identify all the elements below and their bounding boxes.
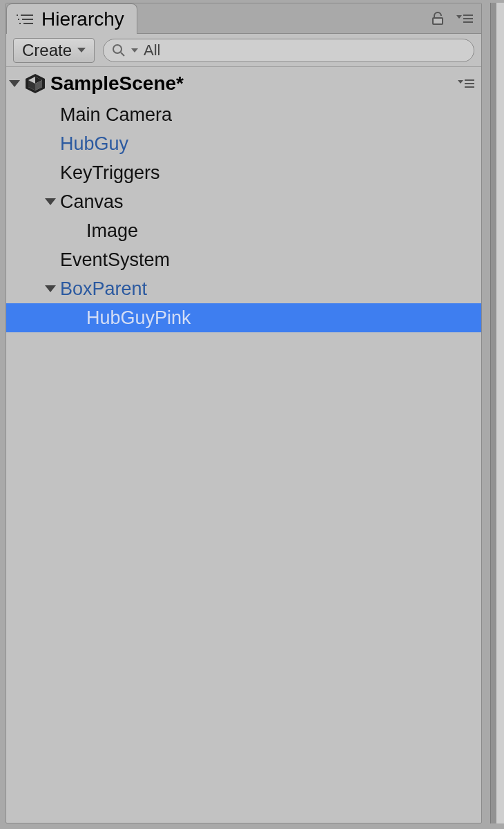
tree-item-label: HubGuyPink (86, 307, 191, 329)
tree-item-main-camera[interactable]: Main Camera (6, 100, 481, 129)
tree-item-boxparent[interactable]: BoxParent (6, 274, 481, 303)
tree-item-label: Canvas (60, 191, 124, 213)
adjacent-panel-edge (490, 3, 504, 823)
scene-name: SampleScene* (50, 73, 184, 95)
scene-menu-icon[interactable] (456, 77, 476, 90)
unity-logo-icon (24, 73, 46, 95)
hierarchy-icon (15, 11, 35, 28)
tree-item-hubguy[interactable]: HubGuy (6, 129, 481, 158)
chevron-down-icon (77, 48, 86, 53)
scene-header[interactable]: SampleScene* (6, 67, 481, 100)
toolbar: Create (6, 34, 481, 67)
scene-foldout-icon[interactable] (9, 80, 20, 87)
tree-item-canvas[interactable]: Canvas (6, 187, 481, 216)
tree-item-label: Image (86, 220, 138, 242)
tree-item-eventsystem[interactable]: EventSystem (6, 245, 481, 274)
search-dropdown-icon[interactable] (131, 47, 138, 54)
foldout-icon[interactable] (45, 285, 56, 292)
tab-title: Hierarchy (41, 8, 124, 30)
svg-line-12 (121, 53, 124, 56)
tree-item-label: BoxParent (60, 278, 147, 300)
svg-point-11 (113, 45, 122, 53)
hierarchy-tab[interactable]: Hierarchy (6, 3, 137, 34)
lock-icon[interactable] (430, 11, 445, 26)
tree-item-keytriggers[interactable]: KeyTriggers (6, 158, 481, 187)
tab-menu-icon[interactable] (455, 12, 474, 25)
svg-marker-19 (458, 80, 463, 84)
tab-right-controls (430, 3, 474, 34)
search-input[interactable] (144, 41, 465, 59)
svg-marker-7 (456, 15, 462, 19)
svg-rect-6 (433, 18, 443, 24)
tree-item-label: KeyTriggers (60, 162, 160, 184)
tree-item-image[interactable]: Image (6, 216, 481, 245)
create-button[interactable]: Create (13, 38, 95, 63)
create-button-label: Create (22, 41, 72, 60)
foldout-icon[interactable] (45, 198, 56, 205)
hierarchy-panel: Hierarchy (6, 3, 482, 823)
tree-item-hubguypink[interactable]: HubGuyPink (6, 303, 481, 332)
tree-item-label: EventSystem (60, 249, 170, 271)
search-icon (112, 44, 126, 57)
tab-bar: Hierarchy (6, 3, 481, 34)
hierarchy-tree: Main Camera HubGuy KeyTriggers Canvas Im… (6, 100, 481, 332)
tree-item-label: HubGuy (60, 133, 128, 155)
tree-item-label: Main Camera (60, 104, 172, 126)
search-field[interactable] (103, 39, 474, 62)
svg-marker-13 (131, 48, 138, 53)
